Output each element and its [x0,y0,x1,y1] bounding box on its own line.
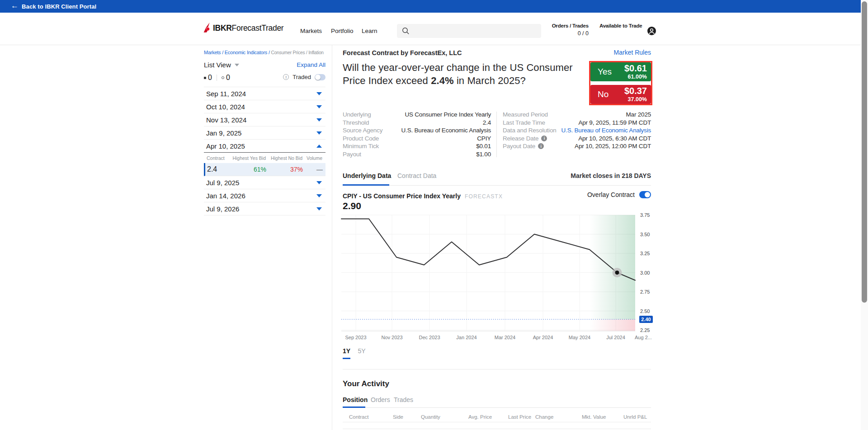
client-portal-banner: ← Back to IBKR Client Portal [0,0,861,13]
nav-portfolio[interactable]: Portfolio [331,28,354,34]
list-view-dropdown[interactable]: List View [204,61,239,69]
market-rules-link[interactable]: Market Rules [614,49,651,56]
search-bar[interactable] [397,24,541,38]
contract-row-2-4-selected[interactable]: 2.4 61% 37% — [204,163,326,176]
detail-last-trade-time: Last Trade TimeApr 9, 2025, 11:59 PM CDT [503,119,651,127]
expiry-row-jan-14-2026[interactable]: Jan 14, 2026 [204,189,326,202]
highest-yes-bid: 61% [254,166,266,173]
yes-button[interactable]: Yes $0.61 61.00% [590,62,651,81]
chevron-down-icon [316,207,322,210]
data-resolution-link[interactable]: U.S. Bureau of Economic Analysis [561,127,651,134]
svg-text:Apr 2024: Apr 2024 [533,335,553,340]
back-arrow-icon: ← [11,1,19,10]
active-tab-underline [343,184,389,186]
threshold-badge: 2.40 [639,316,653,323]
svg-text:2.50: 2.50 [640,308,650,314]
breadcrumb-links[interactable]: Markets / Economic Indicators / [204,50,270,55]
range-5y-button[interactable]: 5Y [358,347,366,355]
col-highest-yes-bid: Highest Yes Bid [232,155,266,161]
col-last-price: Last Price [508,414,531,420]
expiry-row-sep-11-2024[interactable]: Sep 11, 2024 [204,87,326,100]
yes-zone-gradient [590,215,635,319]
svg-text:2.25: 2.25 [640,327,650,333]
svg-text:Aug 2...: Aug 2... [635,335,652,340]
expiry-date-label: Nov 13, 2024 [204,116,246,124]
brand-logo[interactable]: IBKRForecastTrader [203,22,303,34]
yes-label: Yes [598,67,612,77]
overlay-contract-toggle[interactable] [639,191,651,198]
filled-marker-icon [204,77,206,79]
page-scrollbar-thumb[interactable] [862,1,867,303]
expiry-date-label: Sep 11, 2024 [204,90,246,98]
expiry-row-oct-10-2024[interactable]: Oct 10, 2024 [204,100,326,113]
expiry-row-nov-13-2024[interactable]: Nov 13, 2024 [204,113,326,126]
no-button[interactable]: No $0.37 37.00% [590,85,651,104]
count-divider [217,75,217,81]
tab-contract-data[interactable]: Contract Data [397,172,436,179]
orders-trades-stat: Orders / Trades 0 / 0 [543,23,589,37]
expiry-date-label: Apr 10, 2025 [204,142,245,150]
expiry-row-jul-9-2026[interactable]: Jul 9, 2026 [204,202,326,215]
svg-text:3.25: 3.25 [640,251,650,256]
tab-trades[interactable]: Trades [394,396,413,403]
col-mkt-value: Mkt. Value [582,414,606,420]
market-closes-countdown: Market closes in 218 DAYS [571,172,651,179]
expiry-date-label: Jul 9, 2026 [204,205,239,213]
tab-position[interactable]: Position [343,396,368,403]
traded-info-icon[interactable]: ! [283,74,289,80]
list-view-label: List View [204,61,231,69]
back-label: Back to IBKR Client Portal [22,3,96,10]
tab-underlying-data[interactable]: Underlying Data [343,172,391,179]
svg-text:Nov 2023: Nov 2023 [381,335,402,340]
traded-toggle[interactable] [315,74,326,80]
yes-no-highlight-box: Yes $0.61 61.00% No $0.37 37.00% [589,61,652,105]
chevron-down-icon [316,105,322,108]
sidebar-main-divider [332,45,332,430]
svg-text:3.50: 3.50 [640,232,650,237]
release-date-info-icon[interactable]: i [541,136,547,141]
available-to-trade-stat: Available to Trade [599,23,635,28]
expiry-row-jul-9-2025[interactable]: Jul 9, 2025 [204,176,326,189]
available-to-trade-label: Available to Trade [599,23,635,28]
section-divider [343,369,651,369]
no-percent: 37.00% [624,97,647,103]
svg-text:Mar 2024: Mar 2024 [495,335,515,340]
your-activity-title: Your Activity [343,379,389,388]
tab-orders[interactable]: Orders [371,396,390,403]
account-avatar[interactable] [647,27,656,35]
back-to-client-portal-link[interactable]: ← Back to IBKR Client Portal [11,2,96,11]
underlying-price-chart[interactable]: 3.75 3.50 3.25 3.00 2.75 2.50 2.25 2.40 … [339,211,653,342]
nav-learn[interactable]: Learn [362,28,377,34]
breadcrumb-current: Consumer Prices / Inflation [271,50,324,55]
volume: — [316,166,323,173]
open-marker-icon [222,76,224,79]
position-table-header: Contract Side Quantity Avg. Price Last P… [343,412,651,422]
yes-percent: 61.00% [624,74,647,80]
payout-date-info-icon[interactable]: i [538,143,544,149]
data-tabs: Underlying Data Contract Data Market clo… [343,171,651,186]
brand-name: IBKRForecastTrader [213,23,283,33]
expiry-date-label: Jul 9, 2025 [204,179,239,187]
col-contract: Contract [349,414,368,420]
ibkr-forecast-trader-page: ← Back to IBKR Client Portal IBKRForecas… [0,0,868,430]
svg-text:2.40: 2.40 [641,317,651,322]
nav-markets[interactable]: Markets [300,28,322,34]
chevron-down-icon [316,131,322,135]
no-zone-gradient [590,319,635,331]
market-question: Will the year-over-year change in the US… [343,61,587,87]
activity-tabs: Position Orders Trades [343,396,651,408]
expiry-row-apr-10-2025-expanded[interactable]: Apr 10, 2025 [204,140,326,153]
range-1y-button[interactable]: 1Y [343,347,350,359]
detail-product-code: Product CodeCPIY [343,135,491,143]
chart-range-switch: 1Y 5Y [343,347,371,359]
expiry-date-label: Jan 14, 2026 [204,192,245,200]
svg-text:2.75: 2.75 [640,289,650,294]
search-input[interactable] [412,28,534,35]
detail-source-agency: Source AgencyU.S. Bureau of Economic Ana… [343,126,491,135]
expiry-row-jan-9-2025[interactable]: Jan 9, 2025 [204,126,326,140]
expand-all-link[interactable]: Expand All [297,61,326,68]
col-side: Side [393,414,403,420]
x-axis-labels: Sep 2023 Nov 2023 Dec 2023 Jan 2024 Mar … [345,335,651,340]
detail-threshold: Threshold2.4 [343,119,491,127]
svg-text:3.75: 3.75 [640,212,650,218]
